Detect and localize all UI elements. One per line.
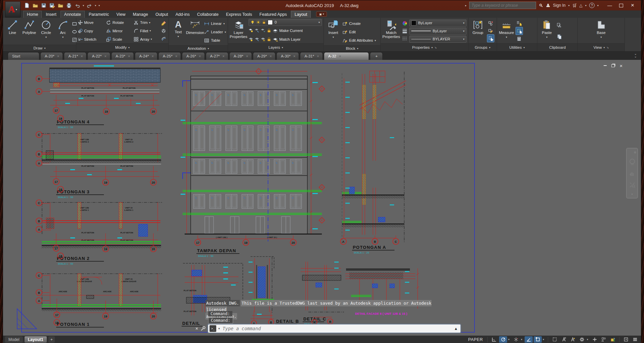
zoom-extents-icon[interactable]	[629, 182, 636, 188]
paste-button[interactable]: Paste▾	[539, 18, 555, 43]
close-tab-icon[interactable]: ×	[317, 54, 319, 58]
file-tab-a29[interactable]: A-29*×	[253, 52, 275, 60]
infocenter-expand-caret[interactable]: ▸	[465, 4, 466, 7]
tab-home[interactable]: Home	[23, 11, 42, 18]
tab-view[interactable]: View	[113, 11, 129, 18]
rotate-button[interactable]: Rotate	[106, 19, 130, 27]
snap-mode-button[interactable]	[499, 336, 507, 343]
close-tab-icon[interactable]: ×	[339, 54, 341, 58]
group-selection-toggle[interactable]	[487, 34, 494, 42]
tab-collaborate[interactable]: Collaborate	[194, 11, 222, 18]
close-tab-icon[interactable]: ×	[57, 54, 59, 58]
quick-select-button[interactable]	[516, 20, 522, 27]
dimension-button[interactable]: Dimension	[187, 18, 203, 45]
file-tab-start[interactable]: Start	[8, 52, 39, 60]
linetype-dropdown[interactable]: BYLAYER▾	[409, 36, 466, 43]
command-customize-wrench-icon[interactable]	[200, 326, 205, 331]
panel-label-clipboard[interactable]: Clipboard	[537, 43, 577, 51]
tab-parametric[interactable]: Parametric	[85, 11, 112, 18]
close-tab-icon[interactable]: ×	[199, 54, 201, 58]
close-tab-icon[interactable]: ×	[81, 54, 83, 58]
leader-button[interactable]: Leader▾	[204, 28, 226, 36]
redo-button[interactable]	[86, 2, 92, 8]
help-caret[interactable]: ▾	[597, 4, 599, 7]
file-tab-a25[interactable]: A-25*×	[158, 52, 181, 60]
ungroup-button[interactable]	[487, 20, 494, 27]
tab-output[interactable]: Output	[152, 11, 172, 18]
stretch-button[interactable]: Stretch	[78, 35, 103, 43]
offset-button[interactable]	[160, 35, 167, 42]
scale-button[interactable]: Scale	[106, 35, 130, 43]
doc-close-button[interactable]: ×	[619, 63, 623, 68]
trim-button[interactable]: Trim▾	[134, 19, 159, 27]
panel-label-annotation[interactable]: Annotation▾	[169, 45, 228, 51]
insert-block-button[interactable]: Insert▾	[326, 18, 341, 45]
autodesk-logo-icon[interactable]: △	[579, 3, 582, 8]
tab-featured-apps[interactable]: Featured Apps	[256, 11, 290, 18]
linetype-icon[interactable]	[401, 35, 408, 42]
object-snap-caret[interactable]: ▾	[543, 338, 545, 341]
command-bar[interactable]: >_ ▾ ▲	[208, 324, 461, 333]
panel-label-modify[interactable]: Modify▾	[76, 43, 168, 51]
close-tab-icon[interactable]: ×	[104, 54, 106, 58]
file-tab-a23[interactable]: A-23*×	[111, 52, 134, 60]
pan-hand-icon[interactable]	[629, 170, 636, 177]
mirror-button[interactable]: Mirror	[106, 27, 130, 35]
annotation-scale-gear-button[interactable]	[578, 336, 586, 343]
select-similar-button[interactable]	[516, 27, 523, 35]
quick-calculator-button[interactable]	[516, 35, 522, 42]
isolate-objects-button[interactable]	[609, 336, 617, 343]
panel-label-draw[interactable]: Draw▾	[3, 45, 76, 51]
file-tab-a24[interactable]: A-24*×	[135, 52, 157, 60]
workspace-switching-button[interactable]	[591, 336, 599, 343]
tab-express-tools[interactable]: Express Tools	[223, 11, 256, 18]
command-expand-caret[interactable]: ▲	[454, 327, 458, 331]
autodesk-caret[interactable]: ▾	[585, 4, 586, 7]
navigation-bar[interactable]: ⊗ 2D ▾	[626, 148, 638, 198]
panel-label-properties[interactable]: Properties▾↘	[381, 43, 468, 51]
circle-button[interactable]: Circle▾	[38, 18, 54, 45]
view-dialog-launcher[interactable]: ↘	[607, 46, 609, 49]
tab-layout[interactable]: Layout	[291, 11, 311, 18]
app-store-cart-icon[interactable]: 🛒︎	[572, 3, 577, 8]
command-recent-caret[interactable]: ▾	[218, 327, 220, 330]
file-tab-a21[interactable]: A-21*×	[64, 52, 86, 60]
properties-dialog-launcher[interactable]: ↘	[434, 46, 437, 49]
array-button[interactable]: Array▾	[134, 35, 159, 43]
table-button[interactable]: Table	[204, 36, 226, 44]
color-wheel-icon[interactable]	[401, 20, 408, 27]
polyline-button[interactable]: Polyline	[22, 18, 37, 45]
doc-restore-button[interactable]	[611, 63, 615, 68]
panel-label-groups[interactable]: Groups▾	[468, 43, 497, 51]
arc-button[interactable]: Arc▾	[55, 18, 71, 45]
cut-button[interactable]	[556, 22, 563, 29]
search-icon[interactable]: 🔍︎	[539, 3, 543, 8]
navbar-close-icon[interactable]: ⊗	[634, 151, 636, 154]
grid-display-button[interactable]	[490, 336, 498, 343]
file-tab-a26[interactable]: A-26*×	[182, 52, 204, 60]
drawing-canvas[interactable]: × ⊗ 2D ▾	[3, 60, 641, 336]
object-color-dropdown[interactable]: ByLayer▾	[409, 20, 466, 27]
navbar-more-caret[interactable]: ▾	[631, 193, 633, 196]
file-tab-a30[interactable]: A-30*×	[276, 52, 299, 60]
file-tab-a20[interactable]: A-20*×	[40, 52, 63, 60]
command-input[interactable]	[222, 326, 452, 332]
file-tab-a31[interactable]: A-31*×	[300, 52, 323, 60]
undo-button[interactable]	[74, 2, 80, 8]
erase-button[interactable]	[160, 20, 167, 27]
file-tab-a22[interactable]: A-22*×	[87, 52, 110, 60]
close-tab-icon[interactable]: ×	[293, 54, 295, 58]
measure-button[interactable]: Measure▾	[499, 18, 514, 43]
file-tab-a27[interactable]: A-27*×	[206, 52, 228, 60]
layer-select-dropdown[interactable]: 0 ▾	[249, 19, 322, 26]
move-button[interactable]: Move	[78, 19, 103, 27]
isodraft-caret[interactable]: ▾	[521, 338, 524, 341]
polar-tracking-button[interactable]	[525, 336, 533, 343]
copy-button[interactable]: Copy	[78, 27, 103, 35]
tab-manage[interactable]: Manage	[129, 11, 151, 18]
close-tab-icon[interactable]: ×	[152, 54, 154, 58]
fillet-button[interactable]: Fillet▾	[134, 27, 159, 35]
maximize-button[interactable]	[616, 2, 626, 9]
qat-customize-caret[interactable]: ▾	[99, 4, 100, 7]
new-drawing-tab-button[interactable]: +	[370, 52, 383, 60]
